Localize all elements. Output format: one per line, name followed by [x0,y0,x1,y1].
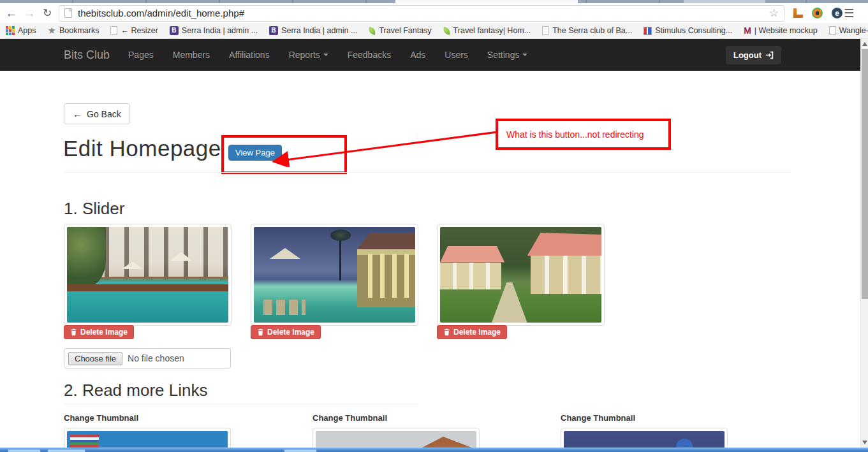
slider-file-input[interactable]: Choose file No file chosen [64,348,231,368]
b-favicon: B [170,26,179,35]
slider-image-card-1[interactable] [64,224,232,326]
forward-button[interactable]: → [20,7,38,19]
nav-item-feedbacks[interactable]: Feedbacks [338,39,401,71]
page-favicon-icon [64,8,72,18]
reload-button[interactable]: ↻ [38,8,56,18]
bookmark-label: Wangle-Login [839,26,868,35]
slider-image-resort-cottages [440,227,601,323]
nav-label: Users [445,39,468,71]
bookmark-label: The Serra club of Ba... [552,26,632,35]
page-icon [829,26,836,35]
bookmark-resizer[interactable]: ← Resizer [105,23,163,38]
delete-image-button-3[interactable]: Delete Image [437,325,507,339]
nav-item-members[interactable]: Members [163,39,219,71]
bookmark-label: Serra India | admin ... [281,26,357,35]
nav-label: Ads [410,39,425,71]
nav-label: Members [173,39,210,71]
leaf-icon [443,27,451,35]
windows-taskbar-edge[interactable] [0,448,868,452]
bookmark-serra-club[interactable]: The Serra club of Ba... [536,23,638,38]
caret-down-icon [323,54,328,56]
bookmark-serra-india-2[interactable]: B Serra India | admin ... [263,23,363,38]
bookmark-stimulus[interactable]: Stimulus Consulting... [638,23,738,38]
bookmark-travel-fantasy[interactable]: Travel Fantasy [363,23,437,38]
bookmarks-bar: Apps ★ Bookmarks ← Resizer B Serra India… [0,23,868,39]
scroll-up-arrow-icon[interactable] [862,42,867,46]
chrome-menu-icon[interactable]: ☰ [844,6,854,20]
back-button[interactable]: ← [3,7,20,19]
left-arrow-icon: ← [73,108,82,119]
nav-item-pages[interactable]: Pages [119,39,163,71]
logout-button[interactable]: Logout [726,46,781,64]
page-icon [542,26,549,35]
bookmark-website-mockup[interactable]: M | Website mockup [738,23,823,38]
stimulus-favicon [644,27,652,35]
apps-grid-icon [6,26,15,35]
nav-item-affiliations[interactable]: Affiliations [219,39,279,71]
nav-label: Settings [487,39,520,71]
resizer-extension-icon[interactable] [793,8,803,18]
readmore-divider [64,404,418,404]
go-back-label: Go Back [87,109,121,119]
title-divider [64,172,791,173]
scroll-down-arrow-icon[interactable] [862,441,867,444]
bookmark-apps[interactable]: Apps [0,23,42,38]
nav-item-users[interactable]: Users [435,39,478,71]
taskbar-item[interactable] [47,449,85,452]
bookmark-label: ← Resizer [121,26,158,35]
choose-file-button[interactable]: Choose file [68,352,122,365]
bookmark-wangle-login[interactable]: Wangle-Login [823,23,868,38]
url-bar[interactable]: thebitsclub.com/admin/edit_home.php# ☆ [59,5,784,22]
bookmark-label: Serra India | admin ... [182,26,258,35]
slider-image-hotel-pool [67,227,228,323]
bookmark-label: Bookmarks [59,26,99,35]
go-back-button[interactable]: ← Go Back [64,103,130,124]
browser-toolbar: ← → ↻ thebitsclub.com/admin/edit_home.ph… [0,3,868,23]
scrollbar-thumb[interactable] [862,49,868,299]
bookmark-label: Travel fantasy| Hom... [453,26,531,35]
taskbar-item[interactable] [8,449,41,452]
vertical-scrollbar[interactable] [860,39,868,452]
nav-item-ads[interactable]: Ads [401,39,435,71]
bookmark-label: | Website mockup [754,26,818,35]
leaf-icon [369,27,377,35]
colorful-orb-extension-icon[interactable] [812,8,823,18]
logout-label: Logout [733,50,761,60]
readmore-section-heading: 2. Read more Links [64,381,207,400]
bookmark-travel-fantasy-home[interactable]: Travel fantasy| Hom... [438,23,537,38]
change-thumbnail-label-2: Change Thumbnail [313,413,387,423]
file-status-text: No file chosen [128,353,184,363]
delete-image-button-2[interactable]: Delete Image [251,325,321,339]
bookmark-star-icon[interactable]: ☆ [769,6,779,20]
nav-label: Pages [128,39,154,71]
app-navbar: Bits Club Pages Members Affiliations Rep… [0,39,868,71]
bookmark-label: Travel Fantasy [379,26,431,35]
slider-image-card-3[interactable] [437,224,605,326]
slider-section-heading: 1. Slider [64,199,124,219]
nav-label: Reports [289,39,320,71]
taskbar-item[interactable] [284,449,317,452]
page-icon [110,26,117,35]
nav-label: Affiliations [229,39,270,71]
annotation-note-box: What is this button...not redirecting [496,119,671,150]
navbar-brand[interactable]: Bits Club [64,48,110,62]
nav-label: Feedbacks [348,39,391,71]
b-favicon: B [269,26,278,35]
trash-icon [443,328,450,336]
bookmark-label: Apps [18,26,36,35]
logout-icon [765,51,774,59]
bookmark-serra-india-1[interactable]: B Serra India | admin ... [164,23,263,38]
browser-window: ← → ↻ thebitsclub.com/admin/edit_home.ph… [0,0,868,452]
caret-down-icon [522,54,527,56]
e-extension-icon[interactable]: e [832,8,842,18]
url-text[interactable]: thebitsclub.com/admin/edit_home.php# [78,8,244,18]
bookmark-bookmarks[interactable]: ★ Bookmarks [42,23,105,38]
nav-item-settings[interactable]: Settings [478,39,538,71]
delete-label: Delete Image [267,328,314,337]
delete-label: Delete Image [80,328,128,337]
page-title: Edit Homepage [63,136,221,161]
delete-image-button-1[interactable]: Delete Image [64,325,134,339]
trash-icon [70,328,77,336]
slider-image-card-2[interactable] [251,224,418,326]
nav-item-reports[interactable]: Reports [279,39,338,71]
